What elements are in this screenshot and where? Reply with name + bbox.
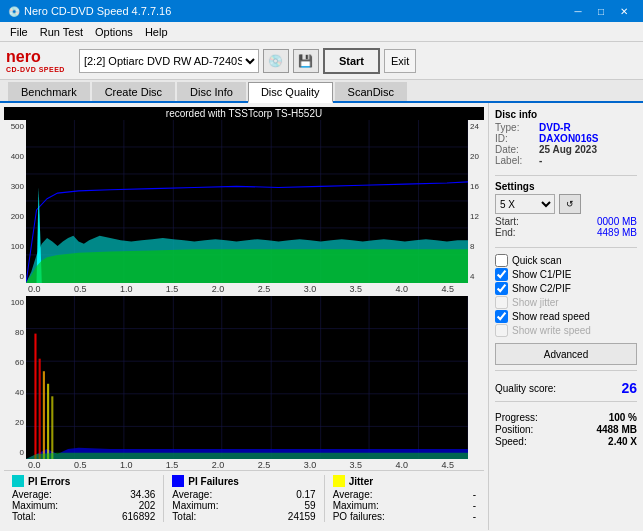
minimize-button[interactable]: ─: [567, 2, 589, 20]
app-title: Nero CD-DVD Speed 4.7.7.16: [24, 5, 171, 17]
read-speed-checkbox[interactable]: [495, 310, 508, 323]
jitter-header: Jitter: [333, 475, 476, 487]
pi-errors-label: PI Errors: [28, 476, 70, 487]
end-label: End:: [495, 227, 516, 238]
speed-row: 5 X ↺: [495, 194, 637, 214]
position-value: 4488 MB: [596, 424, 637, 435]
menu-file[interactable]: File: [4, 24, 34, 40]
start-button[interactable]: Start: [323, 48, 380, 74]
refresh-button[interactable]: ↺: [559, 194, 581, 214]
pi-errors-avg-value: 34.36: [130, 489, 155, 500]
start-value: 0000 MB: [597, 216, 637, 227]
disc-icon[interactable]: 💿: [263, 49, 289, 73]
c2pif-label: Show C2/PIF: [512, 283, 571, 294]
tab-benchmark[interactable]: Benchmark: [8, 82, 90, 101]
pi-errors-total-value: 616892: [122, 511, 155, 522]
tab-scan-disc[interactable]: ScanDisc: [335, 82, 407, 101]
start-mb-row: Start: 0000 MB: [495, 216, 637, 227]
tab-disc-info[interactable]: Disc Info: [177, 82, 246, 101]
svg-marker-16: [26, 249, 468, 283]
divider-disc-settings: [495, 175, 637, 176]
disc-type-label: Type:: [495, 122, 535, 133]
pi-failures-header: PI Failures: [172, 475, 315, 487]
pi-errors-header: PI Errors: [12, 475, 155, 487]
jitter-avg-value: -: [473, 489, 476, 500]
pi-failures-max: Maximum: 59: [172, 500, 315, 511]
charts-area: recorded with TSSTcorp TS-H552U 500 400 …: [0, 103, 488, 530]
jitter-checkbox[interactable]: [495, 296, 508, 309]
exit-button[interactable]: Exit: [384, 49, 416, 73]
disc-date-row: Date: 25 Aug 2023: [495, 144, 637, 155]
c1pie-label: Show C1/PIE: [512, 269, 571, 280]
pi-errors-dot: [12, 475, 24, 487]
svg-rect-32: [39, 359, 41, 459]
divider-1: [163, 475, 164, 522]
jitter-po: PO failures: -: [333, 511, 476, 522]
save-icon[interactable]: 💾: [293, 49, 319, 73]
title-bar: 💿 Nero CD-DVD Speed 4.7.7.16 ─ □ ✕: [0, 0, 643, 22]
quick-scan-label: Quick scan: [512, 255, 561, 266]
pi-failures-total: Total: 24159: [172, 511, 315, 522]
divider-adv-quality: [495, 370, 637, 371]
jitter-label: Jitter: [349, 476, 373, 487]
bottom-x-labels: 0.00.51.01.52.02.53.03.54.04.5: [4, 460, 484, 470]
menu-run-test[interactable]: Run Test: [34, 24, 89, 40]
quick-scan-row: Quick scan: [495, 254, 637, 267]
quick-scan-checkbox[interactable]: [495, 254, 508, 267]
position-row: Position: 4488 MB: [495, 424, 637, 435]
chart-title: recorded with TSSTcorp TS-H552U: [4, 107, 484, 120]
end-mb-row: End: 4489 MB: [495, 227, 637, 238]
top-chart: [26, 120, 468, 283]
divider-2: [324, 475, 325, 522]
disc-id-row: ID: DAXON016S: [495, 133, 637, 144]
pi-errors-max-label: Maximum:: [12, 500, 58, 511]
write-speed-checkbox[interactable]: [495, 324, 508, 337]
disc-label-value: -: [539, 155, 542, 166]
drive-selector[interactable]: [2:2] Optiarc DVD RW AD-7240S 1.04: [79, 49, 259, 73]
advanced-button[interactable]: Advanced: [495, 343, 637, 365]
pi-failures-total-value: 24159: [288, 511, 316, 522]
c1pie-checkbox[interactable]: [495, 268, 508, 281]
stat-pi-errors: PI Errors Average: 34.36 Maximum: 202 To…: [12, 475, 155, 522]
end-value: 4489 MB: [597, 227, 637, 238]
maximize-button[interactable]: □: [590, 2, 612, 20]
pi-failures-avg: Average: 0.17: [172, 489, 315, 500]
menu-options[interactable]: Options: [89, 24, 139, 40]
pi-failures-max-label: Maximum:: [172, 500, 218, 511]
speed-selector[interactable]: 5 X: [495, 194, 555, 214]
pi-failures-dot: [172, 475, 184, 487]
bottom-y-axis-left: 100 80 60 40 20 0: [4, 296, 26, 459]
start-label: Start:: [495, 216, 519, 227]
top-x-labels: 0.00.51.01.52.02.53.03.54.04.5: [4, 284, 484, 294]
write-speed-label: Show write speed: [512, 325, 591, 336]
top-y-axis-left: 500 400 300 200 100 0: [4, 120, 26, 283]
speed-label: Speed:: [495, 436, 527, 447]
tabs-bar: Benchmark Create Disc Disc Info Disc Qua…: [0, 80, 643, 103]
checkboxes-section: Quick scan Show C1/PIE Show C2/PIF Show …: [495, 253, 637, 338]
jitter-max: Maximum: -: [333, 500, 476, 511]
pi-errors-total-label: Total:: [12, 511, 36, 522]
pi-errors-max-value: 202: [139, 500, 156, 511]
jitter-label: Show jitter: [512, 297, 559, 308]
disc-label-label: Label:: [495, 155, 535, 166]
nero-logo: nero CD-DVD SPEED: [6, 48, 65, 73]
bottom-y-axis-right: [468, 296, 484, 459]
close-button[interactable]: ✕: [613, 2, 635, 20]
main-area: recorded with TSSTcorp TS-H552U 500 400 …: [0, 103, 643, 530]
c2pif-checkbox[interactable]: [495, 282, 508, 295]
speed-value: 2.40 X: [608, 436, 637, 447]
tab-create-disc[interactable]: Create Disc: [92, 82, 175, 101]
menu-help[interactable]: Help: [139, 24, 174, 40]
divider-quality-progress: [495, 401, 637, 402]
disc-label-row: Label: -: [495, 155, 637, 166]
pi-failures-total-label: Total:: [172, 511, 196, 522]
quality-score-label: Quality score:: [495, 383, 556, 394]
tab-disc-quality[interactable]: Disc Quality: [248, 82, 333, 103]
progress-label: Progress:: [495, 412, 538, 423]
pi-errors-max: Maximum: 202: [12, 500, 155, 511]
top-y-axis-right: 24 20 16 12 8 4: [468, 120, 484, 283]
read-speed-label: Show read speed: [512, 311, 590, 322]
disc-date-label: Date:: [495, 144, 535, 155]
nero-subtext: CD-DVD SPEED: [6, 66, 65, 73]
jitter-po-label: PO failures:: [333, 511, 385, 522]
